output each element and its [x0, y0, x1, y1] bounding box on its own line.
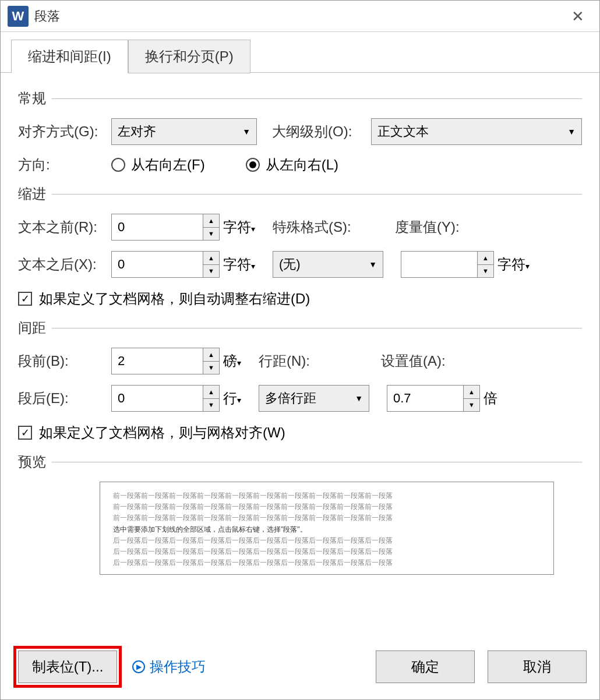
- tips-link[interactable]: ▶ 操作技巧: [132, 657, 206, 676]
- ltr-label: 从左向右(L): [266, 155, 338, 174]
- app-icon: W: [8, 6, 29, 27]
- ltr-radio[interactable]: 从左向右(L): [246, 155, 338, 174]
- tabs-button[interactable]: 制表位(T)...: [18, 650, 117, 683]
- preview-box: 前一段落前一段落前一段落前一段落前一段落前一段落前一段落前一段落前一段落前一段落…: [100, 482, 554, 575]
- unit-multiple: 倍: [483, 389, 497, 408]
- unit-char-dropdown[interactable]: 字符▾: [223, 218, 255, 236]
- spin-up-icon[interactable]: ▲: [203, 386, 219, 399]
- outline-combo[interactable]: 正文文本 ▼: [371, 118, 582, 145]
- radio-icon-selected: [246, 158, 260, 172]
- space-after-value: 0: [118, 391, 125, 406]
- indent-after-value: 0: [118, 257, 125, 272]
- special-format-combo[interactable]: (无) ▼: [273, 251, 383, 278]
- measure-label: 度量值(Y):: [395, 218, 460, 236]
- spin-down-icon[interactable]: ▼: [203, 228, 219, 241]
- tab-line-page-breaks[interactable]: 换行和分页(P): [128, 40, 250, 73]
- spacing-title: 间距: [18, 319, 46, 337]
- align-combo[interactable]: 左对齐 ▼: [111, 118, 257, 145]
- tabs: 缩进和间距(I) 换行和分页(P): [11, 39, 599, 73]
- unit-lines-dropdown[interactable]: 行▾: [223, 389, 241, 408]
- line-spacing-label: 行距(N):: [259, 352, 358, 370]
- spin-down-icon[interactable]: ▼: [203, 265, 219, 278]
- spin-up-icon[interactable]: ▲: [203, 348, 219, 362]
- indent-after-label: 文本之后(X):: [18, 255, 111, 274]
- spinner-buttons[interactable]: ▲▼: [463, 386, 479, 411]
- indent-before-input[interactable]: 0 ▲▼: [111, 214, 220, 241]
- space-before-input[interactable]: 2 ▲▼: [111, 348, 220, 374]
- spin-down-icon[interactable]: ▼: [203, 362, 219, 374]
- space-before-value: 2: [118, 353, 125, 369]
- line-spacing-combo[interactable]: 多倍行距 ▼: [259, 385, 369, 412]
- spinner-buttons[interactable]: ▲▼: [203, 386, 219, 411]
- tab-indent-spacing[interactable]: 缩进和间距(I): [11, 40, 128, 73]
- indent-after-input[interactable]: 0 ▲▼: [111, 251, 220, 278]
- cancel-button[interactable]: 取消: [488, 650, 587, 683]
- spin-down-icon[interactable]: ▼: [203, 399, 219, 412]
- set-value-value: 0.7: [393, 391, 411, 406]
- checkbox-icon: ✓: [18, 292, 32, 306]
- tips-label: 操作技巧: [150, 657, 206, 676]
- special-value: (无): [279, 256, 301, 273]
- set-value-input[interactable]: 0.7 ▲▼: [387, 385, 480, 412]
- spin-up-icon[interactable]: ▲: [203, 214, 219, 228]
- indent-before-value: 0: [118, 220, 125, 235]
- snap-to-grid-label: 如果定义了文档网格，则与网格对齐(W): [39, 423, 285, 442]
- spinner-buttons[interactable]: ▲▼: [203, 252, 219, 277]
- checkbox-icon: ✓: [18, 426, 32, 440]
- space-after-label: 段后(E):: [18, 389, 111, 408]
- unit-points-dropdown[interactable]: 磅▾: [223, 352, 241, 370]
- content: 常规 对齐方式(G): 左对齐 ▼ 大纲级别(O): 正文文本 ▼ 方向: 从右…: [1, 72, 599, 575]
- general-title: 常规: [18, 89, 46, 108]
- preview-line: 后一段落后一段落后一段落后一段落后一段落后一段落后一段落后一段落后一段落后一段落: [113, 557, 541, 568]
- special-format-label: 特殊格式(S):: [273, 218, 372, 236]
- unit-char-dropdown[interactable]: 字符▾: [497, 255, 530, 274]
- indent-before-label: 文本之前(R):: [18, 218, 111, 236]
- ok-button[interactable]: 确定: [376, 650, 475, 683]
- chevron-down-icon: ▼: [369, 260, 377, 269]
- chevron-down-icon: ▼: [242, 127, 250, 136]
- spin-up-icon[interactable]: ▲: [478, 252, 493, 265]
- chevron-down-icon: ▼: [355, 394, 363, 403]
- set-value-label: 设置值(A):: [381, 352, 446, 370]
- radio-icon: [111, 158, 125, 172]
- preview-line: 前一段落前一段落前一段落前一段落前一段落前一段落前一段落前一段落前一段落前一段落: [113, 501, 541, 512]
- direction-label: 方向:: [18, 155, 111, 174]
- align-value: 左对齐: [118, 123, 156, 140]
- line-spacing-value: 多倍行距: [265, 390, 316, 407]
- spinner-buttons[interactable]: ▲▼: [203, 348, 219, 374]
- preview-line: 后一段落后一段落后一段落后一段落后一段落后一段落后一段落后一段落后一段落后一段落: [113, 546, 541, 557]
- space-before-label: 段前(B):: [18, 352, 111, 370]
- footer: 制表位(T)... ▶ 操作技巧 确定 取消: [1, 646, 599, 688]
- auto-adjust-indent-check[interactable]: ✓ 如果定义了文档网格，则自动调整右缩进(D): [18, 289, 582, 308]
- play-icon: ▶: [132, 660, 145, 673]
- preview-sample-text: 选中需要添加下划线的全部区域，点击鼠标右键，选择"段落"。: [113, 524, 541, 535]
- outline-label: 大纲级别(O):: [272, 122, 371, 141]
- preview-line: 前一段落前一段落前一段落前一段落前一段落前一段落前一段落前一段落前一段落前一段落: [113, 490, 541, 501]
- space-after-input[interactable]: 0 ▲▼: [111, 385, 220, 412]
- spin-up-icon[interactable]: ▲: [464, 386, 479, 399]
- snap-to-grid-check[interactable]: ✓ 如果定义了文档网格，则与网格对齐(W): [18, 423, 582, 442]
- measure-input[interactable]: ▲▼: [401, 251, 494, 278]
- indent-title: 缩进: [18, 185, 46, 203]
- paragraph-dialog: W 段落 ✕ 缩进和间距(I) 换行和分页(P) 常规 对齐方式(G): 左对齐…: [0, 0, 600, 700]
- unit-char-dropdown[interactable]: 字符▾: [223, 255, 255, 274]
- highlight-annotation: 制表位(T)...: [13, 646, 122, 688]
- spin-up-icon[interactable]: ▲: [203, 252, 219, 265]
- align-label: 对齐方式(G):: [18, 122, 111, 141]
- spin-down-icon[interactable]: ▼: [478, 265, 493, 278]
- spinner-buttons[interactable]: ▲▼: [477, 252, 493, 277]
- rtl-label: 从右向左(F): [131, 155, 205, 174]
- titlebar: W 段落 ✕: [1, 1, 599, 32]
- close-button[interactable]: ✕: [567, 5, 589, 27]
- chevron-down-icon: ▼: [567, 127, 576, 136]
- dialog-title: 段落: [34, 8, 60, 25]
- group-indent: 缩进: [18, 185, 582, 203]
- preview-line: 前一段落前一段落前一段落前一段落前一段落前一段落前一段落前一段落前一段落前一段落: [113, 512, 541, 524]
- spinner-buttons[interactable]: ▲▼: [203, 214, 219, 240]
- preview-title: 预览: [18, 452, 46, 471]
- preview-line: 后一段落后一段落后一段落后一段落后一段落后一段落后一段落后一段落后一段落后一段落: [113, 535, 541, 546]
- rtl-radio[interactable]: 从右向左(F): [111, 155, 205, 174]
- spin-down-icon[interactable]: ▼: [464, 399, 479, 412]
- group-spacing: 间距: [18, 319, 582, 337]
- group-preview: 预览: [18, 452, 582, 471]
